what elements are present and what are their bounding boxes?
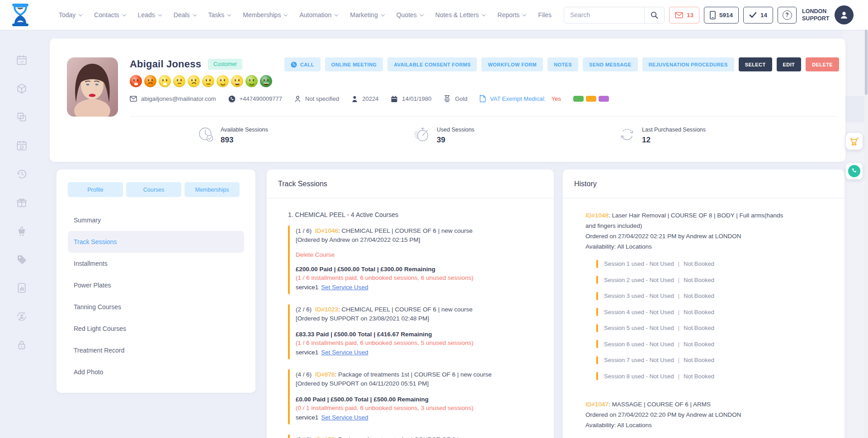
clock-check-icon: [197, 125, 215, 143]
course-title: : CHEMICAL PEEL | COURSE OF 6 | new cour…: [338, 227, 472, 234]
separator: |: [678, 260, 679, 267]
nav-item[interactable]: Files: [538, 11, 552, 19]
profile-menu-item[interactable]: Treatment Record: [68, 339, 244, 361]
price-tag-icon[interactable]: [16, 254, 28, 265]
course-id: ID#1023: [315, 306, 338, 313]
profile-menu-item[interactable]: Red Light Courses: [68, 318, 244, 339]
mood-emoji[interactable]: [144, 75, 156, 87]
notes-button[interactable]: NOTES: [547, 57, 578, 71]
mood-emoji[interactable]: [188, 75, 200, 87]
profile-menu-item[interactable]: Power Plates: [68, 274, 244, 296]
stat-label: Last Purchased Sessions: [642, 125, 706, 133]
user-avatar[interactable]: [835, 5, 854, 24]
workflow-form-button[interactable]: WORKFLOW FORM: [481, 57, 543, 71]
nav-item[interactable]: Memberships: [243, 11, 287, 19]
profile-menu-item[interactable]: Installments: [68, 253, 244, 274]
cart-icon[interactable]: [16, 225, 28, 237]
nav-item[interactable]: Marketing: [350, 11, 384, 19]
course-progress: (2 / 6): [296, 306, 311, 313]
mood-emoji[interactable]: [159, 75, 171, 87]
tasks-badge[interactable]: 14: [743, 7, 773, 24]
mood-emoji[interactable]: [217, 75, 229, 87]
set-service-used-link[interactable]: Set Service Used: [321, 284, 368, 291]
calendar-12-icon[interactable]: 12: [16, 54, 28, 66]
medal-icon: [443, 95, 451, 103]
delete-button[interactable]: DELETE: [806, 57, 839, 71]
select-button[interactable]: SELECT: [739, 57, 772, 71]
online-meeting-button[interactable]: ONLINE MEETING: [325, 57, 383, 71]
tab-memberships[interactable]: Memberships: [184, 182, 240, 197]
vat-exempt-item: VAT Exempt Medical: Yes: [480, 95, 561, 103]
calendar-refresh-icon[interactable]: [16, 140, 28, 151]
emoji-mouth: [134, 83, 138, 85]
mood-emoji[interactable]: [202, 75, 214, 87]
course-installments: (1 / 6 installments paid, 6 unbooked ses…: [296, 273, 540, 282]
nav-item[interactable]: Tasks: [208, 11, 231, 19]
floating-phone-button[interactable]: [846, 163, 863, 179]
search-button[interactable]: [644, 7, 664, 23]
floating-cart-button[interactable]: [846, 133, 863, 150]
search-icon: [651, 11, 658, 19]
layers-copy-icon[interactable]: [16, 111, 28, 123]
nav-item[interactable]: Quotes: [396, 11, 423, 19]
calls-badge[interactable]: 5914: [704, 7, 739, 24]
nav-item[interactable]: Today: [59, 11, 82, 19]
rejuvenation-procedures-button[interactable]: REJUVENATION PROCEDURES: [642, 57, 734, 71]
contact-details-row: abigailjones@mailinator.com +44749000977…: [130, 95, 609, 103]
course-progress: (1 / 6): [296, 227, 311, 234]
package-icon[interactable]: [16, 83, 28, 94]
course-id: ID#878: [315, 371, 335, 378]
separator: |: [678, 277, 679, 283]
tab-courses[interactable]: Courses: [126, 182, 181, 197]
set-service-used-link[interactable]: Set Service Used: [321, 349, 368, 356]
gift-icon[interactable]: [16, 197, 28, 208]
send-message-button[interactable]: SEND MESSAGE: [583, 57, 637, 71]
delete-course-link[interactable]: Delete Course: [296, 251, 335, 258]
history-icon[interactable]: [16, 168, 28, 180]
nav-item[interactable]: Leads: [138, 11, 161, 19]
mood-emoji[interactable]: [231, 75, 243, 87]
lock-icon[interactable]: [16, 339, 28, 351]
nav-item[interactable]: Automation: [299, 11, 338, 19]
nav-item[interactable]: Reports: [497, 11, 526, 19]
tag-pill: [599, 96, 609, 102]
mood-emoji[interactable]: [245, 75, 258, 87]
chevron-down-icon: [193, 12, 196, 16]
emoji-mouth: [206, 84, 210, 85]
emoji-mouth: [191, 82, 196, 86]
nav-item[interactable]: Deals: [174, 11, 196, 19]
profile-navigation-card: Profile Courses Memberships Summary Trac…: [57, 170, 255, 393]
set-service-used-link[interactable]: Set Service Used: [321, 414, 368, 421]
course-entry: (1 / 6) ID#1046: CHEMICAL PEEL | COURSE …: [288, 226, 540, 294]
account-sync-icon[interactable]: [16, 311, 28, 322]
mail-notifications-badge[interactable]: 13: [669, 7, 699, 24]
search-input[interactable]: [564, 11, 644, 19]
track-sessions-title: Track Sessions: [267, 170, 554, 198]
emoji-mouth: [148, 82, 153, 86]
profile-menu-item[interactable]: Tanning Courses: [68, 296, 244, 318]
mood-emoji[interactable]: [130, 75, 142, 87]
call-button[interactable]: CALL: [284, 57, 321, 71]
mood-emoji[interactable]: [260, 75, 272, 87]
tab-profile[interactable]: Profile: [68, 182, 123, 197]
session-booked-text: Not Booked: [684, 309, 714, 316]
background-decor: [844, 96, 864, 122]
profile-menu-item[interactable]: Add Photo: [68, 361, 244, 383]
nav-item[interactable]: Contacts: [94, 11, 125, 19]
mood-emoji[interactable]: [173, 75, 185, 87]
separator: |: [678, 292, 679, 299]
profile-menu-item[interactable]: Track Sessions: [68, 231, 244, 253]
help-button[interactable]: ?: [778, 7, 797, 24]
available-consent-forms-button[interactable]: AVAILABLE CONSENT FORMS: [387, 57, 477, 71]
chevron-down-icon: [482, 12, 486, 16]
profile-menu-item[interactable]: Summary: [68, 209, 244, 231]
edit-button[interactable]: EDIT: [777, 57, 802, 71]
report-icon[interactable]: [16, 282, 28, 294]
phone-item[interactable]: +447490009777: [228, 95, 282, 103]
svg-text:12: 12: [19, 60, 24, 64]
app-logo-hourglass-icon[interactable]: [11, 3, 30, 27]
emoji-mouth: [249, 81, 254, 85]
nav-item[interactable]: Notes & Letters: [435, 11, 486, 19]
email-item[interactable]: abigailjones@mailinator.com: [130, 95, 216, 102]
customer-photo: [67, 57, 118, 117]
